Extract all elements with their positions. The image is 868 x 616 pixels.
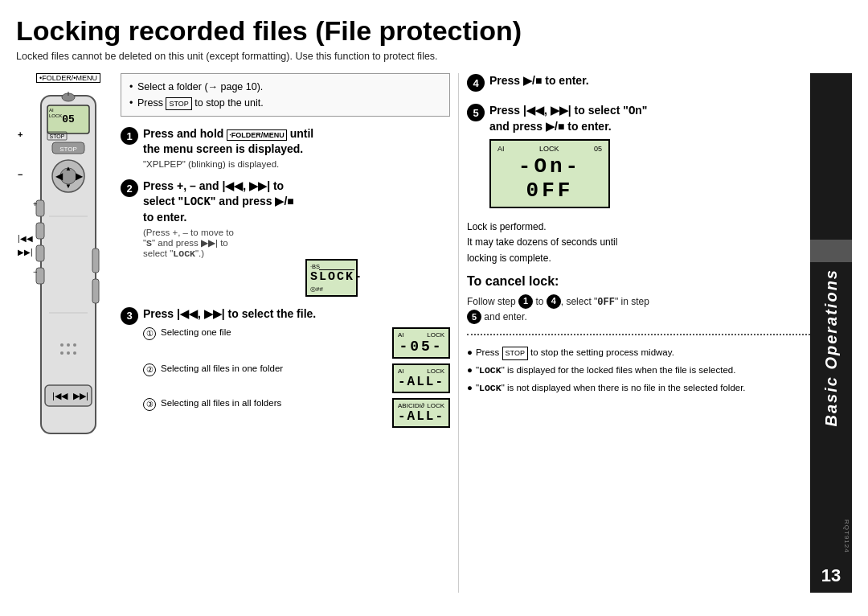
step-5-header: 5 Press |◀◀, ▶▶| to select "On"and press… bbox=[467, 103, 810, 134]
page-number: 13 bbox=[810, 559, 852, 593]
cancel-step-ref-1: 1 bbox=[518, 294, 533, 309]
lock-line-3: locking is complete. bbox=[467, 251, 810, 266]
svg-text:▶▶|: ▶▶| bbox=[73, 391, 88, 400]
cancel-to: to bbox=[535, 295, 546, 306]
boo-value: -On-0FF bbox=[497, 154, 602, 203]
svg-point-31 bbox=[67, 351, 70, 355]
step-1-sub: "XPLPEP" (blinking) is displayed. bbox=[143, 159, 450, 169]
cancel-text: Follow step 1 to 4, select "0FF" in step… bbox=[467, 294, 810, 325]
step-3: 3 Press |◀◀, ▶▶| to select the file. ① S… bbox=[121, 306, 450, 428]
step-1-number: 1 bbox=[121, 127, 138, 145]
page-container: Locking recorded files (File protection)… bbox=[0, 0, 868, 616]
step-2-header: 2 Press +, – and |◀◀, ▶▶| toselect "LOCK… bbox=[121, 179, 450, 225]
lock-performed-text: Lock is performed. It may take dozens of… bbox=[467, 220, 810, 266]
sub-circle-3: ③ bbox=[143, 398, 156, 411]
note-1: ● Press STOP to stop the setting process… bbox=[467, 345, 810, 359]
step-4: 4 Press ▶/■ to enter. bbox=[467, 73, 810, 92]
slock-bs-label: ·BS bbox=[310, 263, 320, 270]
db1-value: -05- bbox=[398, 339, 444, 355]
svg-rect-17 bbox=[92, 248, 99, 273]
lock-line-1: Lock is performed. bbox=[467, 220, 810, 235]
step-4-header: 4 Press ▶/■ to enter. bbox=[467, 73, 810, 92]
slock-bottom: ◎## bbox=[310, 285, 353, 293]
nav-buttons: |◀◀ ▶▶| bbox=[18, 234, 33, 257]
svg-text:AI: AI bbox=[49, 108, 54, 113]
step-4-number: 4 bbox=[467, 74, 485, 92]
svg-text:▶: ▶ bbox=[76, 170, 84, 182]
note-2-bullet: ● bbox=[467, 363, 473, 377]
cancel-title: To cancel lock: bbox=[467, 274, 810, 289]
sub-circle-2: ② bbox=[143, 363, 156, 376]
svg-text:LOCK: LOCK bbox=[49, 113, 62, 118]
svg-text:+: + bbox=[33, 200, 37, 208]
minus-label: − bbox=[18, 170, 23, 179]
step3-subitem-2-text: Selecting all files in one folder bbox=[161, 363, 387, 373]
page-subtitle: Locked files cannot be deleted on this u… bbox=[16, 51, 852, 62]
svg-text:−: − bbox=[33, 268, 37, 276]
bullet-item-2: Press STOP to stop the unit. bbox=[129, 95, 441, 111]
db3-lock: LOCK bbox=[427, 402, 444, 409]
svg-rect-16 bbox=[36, 268, 44, 284]
svg-point-27 bbox=[60, 343, 63, 347]
right-sidebar: Basic Operations RQT9124 13 bbox=[810, 73, 852, 593]
display-box-2: AI LOCK -ALL- bbox=[392, 363, 450, 393]
step-2: 2 Press +, – and |◀◀, ▶▶| toselect "LOCK… bbox=[121, 179, 450, 297]
svg-point-28 bbox=[67, 343, 70, 347]
svg-point-32 bbox=[73, 351, 76, 355]
boo-lock: LOCK bbox=[539, 145, 559, 153]
note-2: ● "LOCK" is displayed for the locked fil… bbox=[467, 363, 810, 378]
step-1-title: Press and hold ·FOLDER/MENU untilthe men… bbox=[143, 126, 313, 157]
note-3-bullet: ● bbox=[467, 380, 473, 395]
step-5-number: 5 bbox=[467, 104, 485, 121]
svg-text:STOP: STOP bbox=[59, 146, 77, 153]
db2-lock: LOCK bbox=[427, 368, 444, 375]
svg-rect-15 bbox=[36, 245, 44, 261]
db2-ai: AI bbox=[398, 368, 404, 375]
step3-subitem-1-text: Selecting one file bbox=[161, 327, 387, 337]
step-2-detail: (Press +, – to move to "S" and press ▶▶|… bbox=[143, 228, 450, 259]
middle-column: Select a folder (→ page 10). Press STOP … bbox=[121, 73, 458, 593]
folder-menu-label: •FOLDER/•MENU bbox=[36, 73, 100, 83]
step-5-title: Press |◀◀, ▶▶| to select "On"and press ▶… bbox=[489, 103, 647, 134]
svg-text:05: 05 bbox=[62, 113, 75, 125]
db3-value: -ALL- bbox=[398, 409, 444, 424]
note-2-text: "LOCK" is displayed for the locked files… bbox=[476, 363, 735, 378]
plus-label: + bbox=[18, 129, 23, 139]
step-1-header: 1 Press and hold ·FOLDER/MENU untilthe m… bbox=[121, 126, 450, 157]
slock-content: SLOCK- bbox=[310, 270, 353, 284]
step3-subitem-2: ② Selecting all files in one folder AI L… bbox=[143, 363, 450, 393]
svg-rect-13 bbox=[36, 200, 44, 216]
step3-subitem-3: ③ Selecting all files in all folders ABI… bbox=[143, 398, 450, 428]
step-4-title: Press ▶/■ to enter. bbox=[489, 73, 589, 88]
device-illustration-column: •FOLDER/•MENU 05 AI LOCK STOP ◀ ▶ bbox=[16, 73, 121, 593]
device-svg: 05 AI LOCK STOP ◀ ▶ ▲ ▼ bbox=[25, 88, 112, 474]
note-1-text: Press STOP to stop the setting process m… bbox=[476, 345, 674, 359]
step3-subitem-1: ① Selecting one file AI LOCK -05- bbox=[143, 327, 450, 359]
db1-ai: AI bbox=[398, 331, 404, 339]
rqt-number: RQT9124 bbox=[843, 519, 850, 553]
dotted-separator bbox=[467, 334, 810, 335]
svg-text:|◀◀: |◀◀ bbox=[52, 391, 68, 400]
display-box-1: AI LOCK -05- bbox=[392, 327, 450, 359]
svg-point-30 bbox=[60, 351, 63, 355]
cancel-step-ref-4: 4 bbox=[547, 294, 561, 309]
step-3-header: 3 Press |◀◀, ▶▶| to select the file. bbox=[121, 306, 450, 325]
on-off-display: AI LOCK 05 -On-0FF bbox=[489, 139, 610, 208]
bottom-notes: ● Press STOP to stop the setting process… bbox=[467, 345, 810, 396]
cancel-section: To cancel lock: Follow step 1 to 4, sele… bbox=[467, 274, 810, 325]
note-3: ● "LOCK" is not displayed when there is … bbox=[467, 380, 810, 396]
step-2-number: 2 bbox=[121, 179, 138, 197]
svg-rect-18 bbox=[92, 279, 99, 303]
cancel-step-ref-5: 5 bbox=[467, 310, 481, 324]
slock-display: ·BS SLOCK- ◎## bbox=[305, 259, 358, 297]
svg-text:▼: ▼ bbox=[65, 183, 72, 190]
svg-text:◀: ◀ bbox=[55, 170, 63, 182]
note-1-bullet: ● bbox=[467, 345, 473, 359]
step-1: 1 Press and hold ·FOLDER/MENU untilthe m… bbox=[121, 126, 450, 169]
svg-text:STOP: STOP bbox=[50, 133, 65, 139]
folder-menu-icon: ·FOLDER/MENU bbox=[227, 129, 287, 141]
display-box-3: ABICIDI∂ LOCK -ALL- bbox=[392, 398, 450, 428]
step-2-title: Press +, – and |◀◀, ▶▶| toselect "LOCK" … bbox=[143, 179, 294, 225]
note-3-text: "LOCK" is not displayed when there is no… bbox=[476, 380, 746, 396]
step-5: 5 Press |◀◀, ▶▶| to select "On"and press… bbox=[467, 103, 810, 208]
